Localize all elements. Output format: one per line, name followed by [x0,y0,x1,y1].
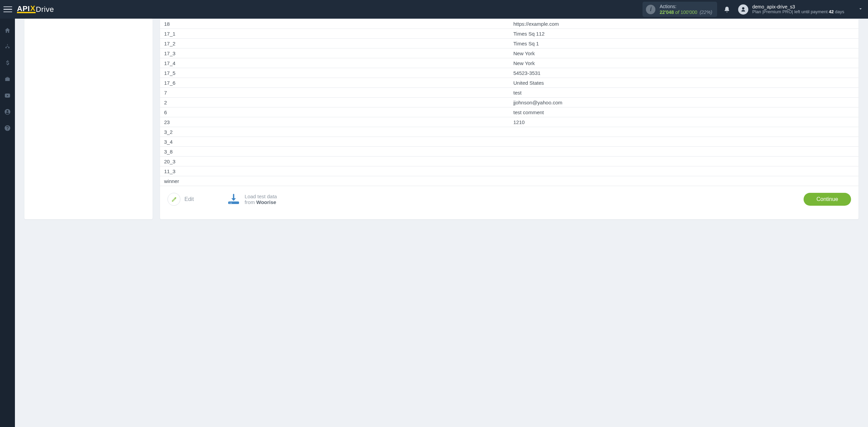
table-cell-value: New York [509,58,859,68]
table-cell-value: 1210 [509,117,859,127]
table-row: 3_8 [160,147,859,157]
table-cell-value: Times Sq 112 [509,29,859,39]
table-cell-key: 17_2 [160,39,509,48]
table-cell-value: test comment [509,107,859,117]
logo[interactable]: APIXDrive [17,5,54,14]
edit-button[interactable]: Edit [167,193,194,206]
table-cell-key: 11_3 [160,166,509,176]
table-cell-value [509,157,859,166]
user-menu[interactable]: demo_apix-drive_s3 Plan |Premium PRO| le… [738,4,863,15]
side-nav [0,19,15,427]
left-card [24,19,153,219]
table-row: 17_4New York [160,58,859,68]
edit-label: Edit [184,196,194,202]
table-cell-value [509,137,859,147]
sitemap-icon[interactable] [4,43,11,50]
table-cell-key: 3_8 [160,147,509,157]
info-icon: i [646,5,655,14]
table-cell-key: 2 [160,98,509,107]
table-cell-key: 23 [160,117,509,127]
table-cell-value: jjohnson@yahoo.com [509,98,859,107]
table-cell-key: winner [160,176,509,186]
help-icon[interactable] [4,124,11,132]
table-cell-key: 17_5 [160,68,509,78]
table-cell-value [509,127,859,137]
table-cell-value: United States [509,78,859,88]
youtube-icon[interactable] [4,92,11,99]
user-circle-icon[interactable] [4,108,11,116]
table-cell-value: Times Sq 1 [509,39,859,48]
table-cell-key: 18 [160,19,509,29]
page-content: 18https://example.com17_1Times Sq 11217_… [15,19,868,427]
table-row: 17_554523-3531 [160,68,859,78]
table-cell-key: 17_3 [160,48,509,58]
load-label-line2: from Woorise [245,199,277,205]
table-cell-key: 17_1 [160,29,509,39]
load-label-line1: Load test data [245,194,277,199]
action-row: Edit Load test data from Woorise Continu… [160,186,859,206]
actions-label: Actions: [659,4,712,9]
briefcase-icon[interactable] [4,76,11,83]
actions-counter-chip[interactable]: i Actions: 22'048 of 100'000 (22%) [643,2,717,17]
table-cell-value [509,147,859,157]
table-cell-value: New York [509,48,859,58]
table-row: 18https://example.com [160,19,859,29]
table-cell-value: 54523-3531 [509,68,859,78]
table-cell-value [509,176,859,186]
table-row: 3_4 [160,137,859,147]
data-table: 18https://example.com17_1Times Sq 11217_… [160,19,859,186]
logo-text-x: X [30,4,35,13]
table-row: 7test [160,88,859,98]
table-row: 6test comment [160,107,859,117]
avatar-icon [738,4,748,15]
table-cell-key: 20_3 [160,157,509,166]
pencil-icon [167,193,180,206]
table-row: 17_6United States [160,78,859,88]
dollar-icon[interactable] [4,59,11,67]
continue-button[interactable]: Continue [804,193,851,206]
table-cell-key: 7 [160,88,509,98]
table-cell-key: 6 [160,107,509,117]
chevron-down-icon [858,6,863,13]
table-cell-key: 3_2 [160,127,509,137]
load-test-data-button[interactable]: Load test data from Woorise [227,193,277,206]
table-cell-key: 17_6 [160,78,509,88]
logo-text-drive: Drive [36,5,54,14]
table-row: 17_1Times Sq 112 [160,29,859,39]
logo-text-api: API [17,4,30,13]
table-cell-key: 3_4 [160,137,509,147]
table-cell-value: test [509,88,859,98]
username: demo_apix-drive_s3 [752,4,844,9]
hamburger-menu-icon[interactable] [3,5,12,14]
download-icon [227,193,240,206]
table-row: 17_3New York [160,48,859,58]
table-row: 3_2 [160,127,859,137]
table-row: 17_2Times Sq 1 [160,39,859,48]
actions-value: 22'048 of 100'000 (22%) [659,9,712,15]
home-icon[interactable] [4,27,11,34]
table-cell-value: https://example.com [509,19,859,29]
table-row: winner [160,176,859,186]
notifications-bell-icon[interactable] [723,6,731,13]
table-row: 231210 [160,117,859,127]
table-row: 11_3 [160,166,859,176]
table-cell-key: 17_4 [160,58,509,68]
table-row: 2jjohnson@yahoo.com [160,98,859,107]
topbar: APIXDrive i Actions: 22'048 of 100'000 (… [0,0,868,19]
table-row: 20_3 [160,157,859,166]
table-cell-value [509,166,859,176]
right-card: 18https://example.com17_1Times Sq 11217_… [160,19,859,219]
plan-line: Plan |Premium PRO| left until payment 42… [752,9,844,15]
